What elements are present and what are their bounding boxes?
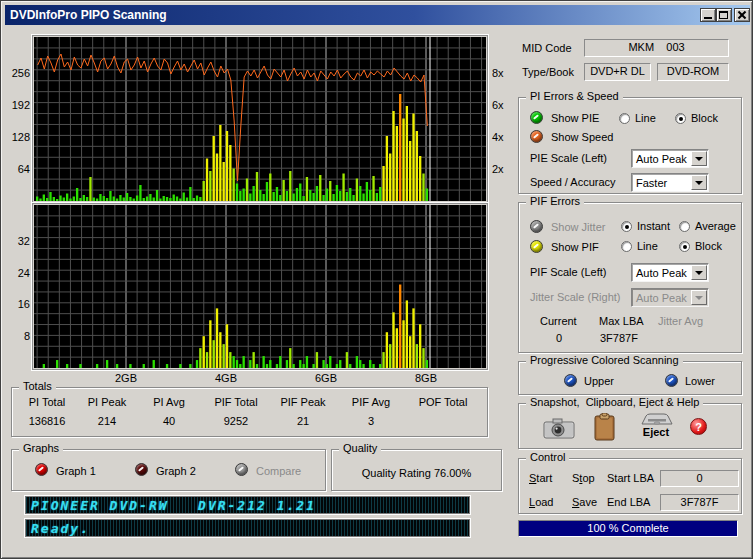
svg-text:2GB: 2GB — [115, 372, 137, 384]
jitter-scale-dropdown-arrow-icon — [691, 290, 707, 305]
svg-text:24: 24 — [18, 267, 30, 279]
upper-label: Upper — [584, 375, 614, 387]
max-lba-label: Max LBA — [599, 315, 644, 327]
mid-code-value: MKM 003 — [584, 39, 729, 57]
end-lba-label: End LBA — [607, 496, 650, 508]
pif-line-radio[interactable] — [621, 241, 632, 252]
book-type-value: DVD-ROM — [657, 63, 729, 81]
totals-value: 9252 — [201, 415, 271, 427]
pie-line-label: Line — [635, 112, 656, 124]
max-lba-value: 3F787F — [600, 332, 638, 344]
jitter-instant-label: Instant — [637, 220, 670, 232]
pie-scale-dropdown-arrow-icon[interactable] — [691, 151, 707, 166]
snapshot-group-title: Snapshot, Clipboard, Eject & Help — [526, 396, 703, 408]
totals-value: 136816 — [14, 415, 80, 427]
start-button[interactable]: Start — [529, 472, 552, 484]
start-lba-field[interactable]: 0 — [660, 470, 739, 487]
eject-button[interactable]: Eject — [636, 413, 676, 441]
totals-header: POF Total — [403, 396, 483, 408]
pie-line-radio[interactable] — [619, 113, 630, 124]
compare-label: Compare — [256, 465, 301, 477]
jitter-average-label: Average — [695, 220, 736, 232]
progress-bar: 100 % Complete — [518, 520, 738, 537]
totals-header: PI Total — [14, 396, 80, 408]
jitter-average-radio[interactable] — [679, 221, 690, 232]
progressive-scanning-group: Progressive Colored Scanning Upper Lower — [518, 361, 742, 395]
pif-block-radio[interactable] — [679, 241, 690, 252]
totals-header: PIF Avg — [336, 396, 406, 408]
speed-accuracy-value: Faster — [636, 177, 667, 189]
totals-group: Totals PI Total PI Peak PI Avg PIF Total… — [11, 387, 488, 437]
app-window: DVDInfoPro PIPO Scanning 256192128648x6x… — [0, 0, 753, 559]
show-jitter-led[interactable] — [530, 220, 543, 233]
title-bar[interactable]: DVDInfoPro PIPO Scanning — [5, 5, 750, 25]
jitter-scale-label: Jitter Scale (Right) — [530, 291, 620, 303]
upper-led[interactable] — [564, 374, 577, 387]
eject-label: Eject — [636, 426, 676, 438]
graph1-led[interactable] — [35, 463, 48, 476]
lower-led[interactable] — [665, 374, 678, 387]
control-group-title: Control — [526, 451, 569, 463]
svg-text:256: 256 — [12, 67, 30, 79]
pie-scale-select[interactable]: Auto Peak — [631, 149, 709, 168]
pi-errors-speed-group: PI Errors & Speed Show PIE Line Block Sh… — [518, 97, 742, 194]
svg-text:8GB: 8GB — [415, 372, 437, 384]
jitter-avg-label: Jitter Avg — [658, 315, 703, 327]
graphs-group-title: Graphs — [19, 442, 63, 454]
type-book-label: Type/Book — [522, 66, 574, 78]
jitter-instant-radio[interactable] — [621, 221, 632, 232]
load-button[interactable]: Load — [529, 496, 553, 508]
pif-scale-dropdown-arrow-icon[interactable] — [691, 265, 707, 280]
maximize-button[interactable] — [716, 8, 732, 22]
quality-group-title: Quality — [339, 442, 381, 454]
save-button[interactable]: Save — [572, 496, 597, 508]
status-display: Ready. — [25, 519, 470, 537]
totals-header: PIF Peak — [268, 396, 338, 408]
end-lba-field[interactable]: 3F787F — [660, 494, 739, 511]
show-pie-led[interactable] — [530, 111, 543, 124]
help-icon[interactable] — [690, 418, 707, 435]
stop-button[interactable]: Stop — [572, 472, 595, 484]
clipboard-icon[interactable] — [594, 413, 615, 441]
maximize-icon — [719, 11, 728, 19]
graph1-label: Graph 1 — [56, 465, 96, 477]
minimize-button[interactable] — [700, 8, 716, 22]
svg-text:16: 16 — [18, 298, 30, 310]
svg-text:128: 128 — [12, 131, 30, 143]
graph2-label: Graph 2 — [156, 465, 196, 477]
pif-block-label: Block — [695, 240, 722, 252]
pif-scale-label: PIF Scale (Left) — [530, 266, 606, 278]
svg-text:192: 192 — [12, 99, 30, 111]
close-button[interactable] — [734, 8, 750, 22]
totals-header: PI Avg — [134, 396, 204, 408]
svg-text:8: 8 — [24, 330, 30, 342]
jitter-scale-value: Auto Peak — [636, 292, 687, 304]
window-title: DVDInfoPro PIPO Scanning — [10, 8, 167, 22]
show-jitter-label: Show Jitter — [551, 221, 605, 233]
totals-value: 40 — [134, 415, 204, 427]
pi-group-title: PI Errors & Speed — [526, 90, 623, 102]
graphs-group: Graphs Graph 1 Graph 2 Compare — [11, 449, 326, 491]
quality-rating: Quality Rating 76.00% — [332, 467, 501, 479]
drive-info-display: PIONEER DVD-RW DVR-212 1.21 — [25, 496, 470, 514]
graph2-led[interactable] — [135, 463, 148, 476]
pie-block-label: Block — [691, 112, 718, 124]
pie-block-radio[interactable] — [675, 113, 686, 124]
camera-icon[interactable] — [543, 418, 575, 439]
show-pif-led[interactable] — [530, 240, 543, 253]
svg-text:32: 32 — [18, 235, 30, 247]
totals-value: 214 — [72, 415, 142, 427]
compare-led — [235, 463, 248, 476]
minimize-icon — [704, 17, 712, 19]
totals-value: 21 — [268, 415, 338, 427]
snapshot-group: Snapshot, Clipboard, Eject & Help Eject — [518, 403, 742, 449]
start-lba-label: Start LBA — [607, 472, 654, 484]
svg-text:4GB: 4GB — [215, 372, 237, 384]
svg-text:2x: 2x — [492, 163, 504, 175]
show-pie-label: Show PIE — [551, 112, 599, 124]
totals-value: 3 — [336, 415, 406, 427]
speed-accuracy-select[interactable]: Faster — [631, 173, 709, 192]
show-speed-led[interactable] — [530, 130, 543, 143]
pif-scale-select[interactable]: Auto Peak — [631, 263, 709, 282]
speed-accuracy-dropdown-arrow-icon[interactable] — [691, 175, 707, 190]
